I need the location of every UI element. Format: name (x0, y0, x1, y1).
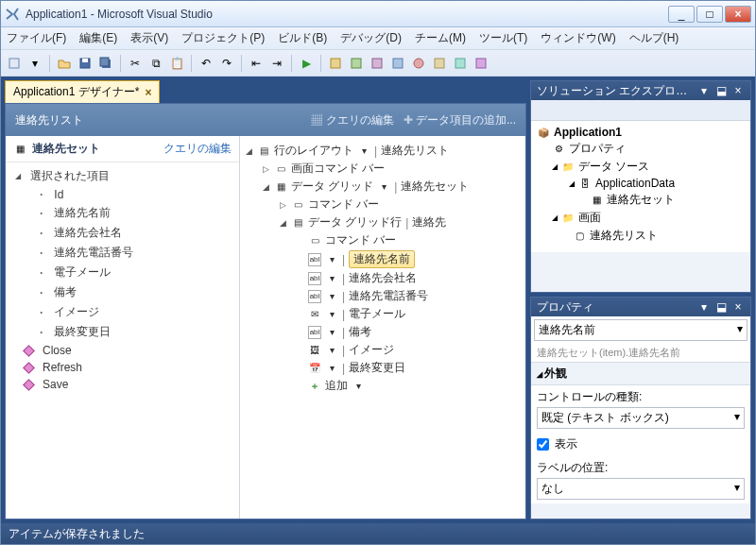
add-data-item-link[interactable]: ✚ データ項目の追加... (404, 112, 516, 128)
cmd-close[interactable]: Close (6, 342, 239, 359)
dropdown-icon[interactable]: ▾ (325, 290, 338, 303)
panel-close-icon[interactable]: × (731, 300, 745, 314)
menu-team[interactable]: チーム(M) (415, 30, 466, 46)
dropdown-icon[interactable]: ▾ (377, 180, 390, 194)
dropdown-icon[interactable]: ▾ (325, 308, 338, 321)
solution-set[interactable]: 連絡先セット (607, 192, 675, 208)
screen-cmd-bar[interactable]: 画面コマンド バー (291, 161, 385, 177)
solution-datasources[interactable]: データ ソース (578, 159, 649, 175)
grid-field-company[interactable]: 連絡先会社名 (349, 270, 417, 286)
panel-dropdown-icon[interactable]: ▾ (697, 84, 711, 97)
dropdown-icon[interactable]: ▾ (325, 253, 338, 266)
grid-field-lastmod[interactable]: 最終変更日 (349, 360, 405, 376)
field-company[interactable]: 連絡先会社名 (6, 223, 239, 243)
cut-button[interactable]: ✂ (126, 54, 145, 73)
ext-button-7[interactable] (451, 54, 470, 73)
panel-pin-icon[interactable]: ⬓ (714, 300, 728, 314)
properties-section-appearance[interactable]: ◢ 外観 (531, 362, 750, 385)
grid-field-name[interactable]: 連絡先名前 (349, 250, 415, 268)
field-id[interactable]: Id (6, 186, 239, 203)
save-all-button[interactable] (96, 54, 115, 73)
menu-help[interactable]: ヘルプ(H) (629, 30, 679, 46)
solution-appdata[interactable]: ApplicationData (595, 177, 675, 190)
undo-button[interactable]: ↶ (197, 54, 215, 73)
indent-out-button[interactable]: ⇤ (247, 54, 266, 73)
panel-pin-icon[interactable]: ⬓ (714, 84, 728, 97)
solution-screens[interactable]: 画面 (578, 210, 601, 226)
chevron-down-icon[interactable]: ◢ (569, 179, 575, 188)
grid-field-email[interactable]: 電子メール (349, 306, 405, 322)
menu-build[interactable]: ビルド(B) (278, 30, 327, 46)
toggle-screen-cmd-bar[interactable] (261, 164, 270, 174)
data-grid-label[interactable]: データ グリッド (291, 179, 373, 195)
cmd-bar2-label[interactable]: コマンド バー (325, 232, 396, 248)
menu-project[interactable]: プロジェクト(P) (181, 30, 265, 46)
document-tab[interactable]: Application1 デザイナー* × (5, 80, 160, 103)
cmd-bar-label[interactable]: コマンド バー (308, 196, 379, 213)
open-button[interactable] (55, 54, 74, 73)
menu-file[interactable]: ファイル(F) (7, 30, 66, 46)
ext-button-8[interactable] (472, 54, 490, 73)
dropdown-icon[interactable]: ▾ (352, 380, 365, 393)
selected-item-header[interactable]: 選択された項目 (6, 166, 239, 186)
document-tab-close[interactable]: × (145, 86, 151, 99)
paste-button[interactable]: 📋 (167, 54, 186, 73)
ext-button-4[interactable] (388, 54, 407, 73)
new-project-button[interactable] (5, 54, 24, 73)
ext-button-1[interactable] (326, 54, 345, 73)
redo-button[interactable]: ↷ (217, 54, 236, 73)
ext-button-6[interactable] (430, 54, 449, 73)
chevron-down-icon[interactable]: ◢ (552, 162, 558, 171)
panel-dropdown-icon[interactable]: ▾ (697, 300, 711, 314)
dropdown-icon[interactable]: ▾ (325, 344, 338, 357)
field-notes[interactable]: 備考 (6, 282, 239, 302)
field-email[interactable]: 電子メール (6, 263, 239, 282)
grid-field-image[interactable]: イメージ (349, 342, 394, 358)
show-checkbox[interactable] (537, 438, 549, 451)
edit-query-link[interactable]: クエリの編集 (163, 141, 232, 157)
minimize-button[interactable]: _ (668, 6, 695, 23)
toggle-data-grid[interactable] (261, 182, 270, 192)
menu-tools[interactable]: ツール(T) (479, 30, 527, 46)
ext-button-5[interactable] (409, 54, 428, 73)
label-position-select[interactable]: なし▾ (537, 478, 745, 500)
new-dropdown-icon[interactable]: ▾ (26, 54, 44, 73)
menu-edit[interactable]: 編集(E) (79, 30, 117, 46)
field-lastmod[interactable]: 最終変更日 (6, 322, 239, 342)
toggle-data-grid-row[interactable] (278, 218, 287, 228)
dropdown-icon[interactable]: ▾ (325, 326, 338, 339)
copy-button[interactable]: ⧉ (146, 54, 165, 73)
row-layout-label[interactable]: 行のレイアウト (274, 143, 353, 159)
solution-properties[interactable]: プロパティ (569, 141, 626, 157)
chevron-down-icon[interactable]: ◢ (552, 213, 558, 222)
save-button[interactable] (76, 54, 94, 73)
control-type-select[interactable]: 既定 (テキスト ボックス)▾ (537, 407, 745, 429)
start-debug-button[interactable]: ▶ (297, 54, 316, 73)
properties-selected-combo[interactable]: 連絡先名前▾ (534, 319, 747, 341)
dropdown-icon[interactable]: ▾ (325, 272, 338, 285)
maximize-button[interactable]: □ (696, 6, 723, 23)
cmd-save[interactable]: Save (6, 376, 239, 393)
ext-button-2[interactable] (347, 54, 366, 73)
menu-view[interactable]: 表示(V) (130, 30, 168, 46)
data-grid-row-label[interactable]: データ グリッド行 (308, 214, 402, 230)
dropdown-icon[interactable]: ▾ (357, 145, 370, 158)
menu-debug[interactable]: デバッグ(D) (340, 30, 402, 46)
solution-screen-name[interactable]: 連絡先リスト (590, 228, 658, 244)
field-phone[interactable]: 連絡先電話番号 (6, 243, 239, 263)
add-link[interactable]: 追加 (325, 378, 348, 394)
solution-app-name[interactable]: Application1 (554, 126, 622, 139)
panel-close-icon[interactable]: × (731, 84, 745, 97)
query-edit-link[interactable]: ▦ クエリの編集 (311, 112, 393, 128)
cmd-refresh[interactable]: Refresh (6, 359, 239, 376)
dropdown-icon[interactable]: ▾ (325, 362, 338, 375)
field-name[interactable]: 連絡先名前 (6, 203, 239, 223)
menu-window[interactable]: ウィンドウ(W) (541, 30, 615, 46)
field-image[interactable]: イメージ (6, 302, 239, 322)
toggle-row-layout[interactable] (244, 146, 253, 156)
grid-field-phone[interactable]: 連絡先電話番号 (349, 288, 428, 304)
indent-in-button[interactable]: ⇥ (267, 54, 286, 73)
close-button[interactable]: × (725, 6, 751, 23)
ext-button-3[interactable] (368, 54, 387, 73)
grid-field-notes[interactable]: 備考 (349, 324, 371, 340)
